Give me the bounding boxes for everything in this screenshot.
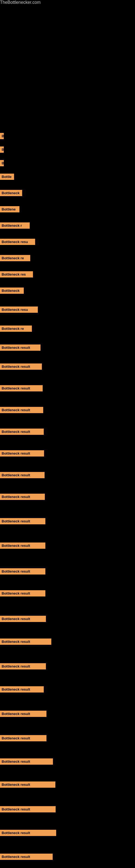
result-bar-label-21: Bottleneck result (0, 494, 45, 500)
result-bar-label-10: Bottleneck res (0, 271, 33, 278)
result-bar-item-8: Bottleneck resu (0, 239, 35, 246)
result-bar-label-12: Bottleneck resu (0, 307, 38, 313)
result-bar-item-2: B (0, 147, 4, 154)
result-bar-label-3: B (0, 160, 4, 166)
result-bar-item-18: Bottleneck result (0, 429, 44, 436)
result-bar-label-36: Bottleneck result (0, 854, 53, 860)
site-title: TheBottlenecker.com (0, 0, 41, 7)
result-bar-label-15: Bottleneck result (0, 364, 42, 370)
site-title-container: TheBottlenecker.com (0, 0, 135, 5)
result-bar-label-20: Bottleneck result (0, 472, 45, 478)
result-bar-label-23: Bottleneck result (0, 542, 45, 549)
result-bar-item-31: Bottleneck result (0, 735, 46, 742)
result-bar-label-31: Bottleneck result (0, 735, 46, 741)
result-bar-label-34: Bottleneck result (0, 806, 56, 812)
result-bar-label-18: Bottleneck result (0, 429, 44, 435)
result-bar-item-25: Bottleneck result (0, 590, 45, 597)
result-bar-item-23: Bottleneck result (0, 542, 45, 550)
result-bar-label-16: Bottleneck result (0, 385, 43, 392)
result-bar-item-15: Bottleneck result (0, 364, 42, 371)
result-bar-item-9: Bottleneck re (0, 255, 30, 262)
result-bar-label-24: Bottleneck result (0, 568, 45, 575)
result-bar-item-7: Bottleneck r (0, 222, 30, 230)
result-bar-item-28: Bottleneck result (0, 663, 46, 671)
result-bar-item-20: Bottleneck result (0, 472, 45, 479)
result-bar-item-12: Bottleneck resu (0, 307, 38, 314)
result-bar-label-6: Bottlene (0, 206, 19, 212)
result-bar-item-17: Bottleneck result (0, 407, 43, 414)
result-bar-item-24: Bottleneck result (0, 568, 45, 576)
result-bar-item-16: Bottleneck result (0, 385, 43, 393)
result-bar-item-34: Bottleneck result (0, 806, 56, 813)
result-bar-item-32: Bottleneck result (0, 758, 53, 766)
result-bar-item-29: Bottleneck result (0, 686, 44, 693)
result-bar-item-11: Bottleneck (0, 287, 24, 295)
result-bar-item-6: Bottlene (0, 206, 19, 214)
result-bar-label-9: Bottleneck re (0, 255, 30, 261)
result-bar-label-27: Bottleneck result (0, 639, 51, 645)
result-bar-item-22: Bottleneck result (0, 518, 45, 525)
result-bar-item-14: Bottleneck result (0, 344, 41, 352)
result-bar-item-19: Bottleneck result (0, 450, 44, 458)
result-bar-label-28: Bottleneck result (0, 663, 46, 670)
result-bar-label-11: Bottleneck (0, 287, 24, 294)
result-bar-label-32: Bottleneck result (0, 758, 53, 765)
result-bar-label-1: B (0, 133, 4, 139)
result-bar-item-36: Bottleneck result (0, 854, 53, 861)
result-bar-item-4: Bottle (0, 174, 14, 181)
result-bar-label-17: Bottleneck result (0, 407, 43, 413)
result-bar-item-1: B (0, 133, 4, 140)
result-bar-label-25: Bottleneck result (0, 590, 45, 596)
result-bar-item-10: Bottleneck res (0, 271, 33, 279)
result-bar-label-8: Bottleneck resu (0, 239, 35, 245)
result-bar-item-27: Bottleneck result (0, 639, 51, 646)
result-bar-item-35: Bottleneck result (0, 830, 56, 837)
result-bar-label-2: B (0, 147, 4, 153)
result-bar-label-14: Bottleneck result (0, 344, 41, 351)
result-bar-label-4: Bottle (0, 174, 14, 180)
result-bar-label-35: Bottleneck result (0, 830, 56, 836)
result-bar-label-7: Bottleneck r (0, 222, 30, 229)
result-bar-label-33: Bottleneck result (0, 781, 55, 788)
result-bar-label-22: Bottleneck result (0, 518, 45, 524)
result-bar-item-21: Bottleneck result (0, 494, 45, 501)
result-bar-label-5: Bottleneck (0, 190, 22, 196)
result-bar-label-26: Bottleneck result (0, 616, 46, 622)
result-bar-item-5: Bottleneck (0, 190, 22, 197)
result-bar-item-3: B (0, 160, 4, 167)
result-bar-item-30: Bottleneck result (0, 711, 46, 718)
result-bar-label-19: Bottleneck result (0, 450, 44, 457)
result-bar-item-33: Bottleneck result (0, 781, 55, 789)
result-bar-item-26: Bottleneck result (0, 616, 46, 623)
result-bar-item-13: Bottleneck re (0, 326, 32, 333)
result-bar-label-30: Bottleneck result (0, 711, 46, 717)
result-bar-label-13: Bottleneck re (0, 326, 32, 332)
result-bar-label-29: Bottleneck result (0, 686, 44, 692)
